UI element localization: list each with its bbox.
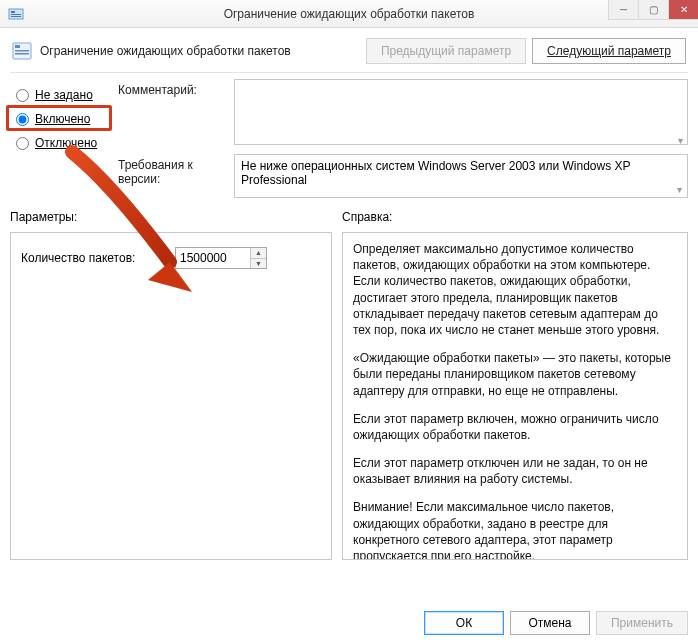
maximize-button[interactable]: ▢ [638,0,668,20]
window-title: Ограничение ожидающих обработки пакетов [0,7,698,21]
header-label: Ограничение ожидающих обработки пакетов [40,44,291,58]
help-panel: Определяет максимально допустимое количе… [342,232,688,560]
packet-count-label: Количество пакетов: [21,251,175,265]
app-icon [8,6,24,22]
radio-not-configured[interactable]: Не задано [10,83,118,107]
policy-icon [12,41,32,61]
version-box: Не ниже операционных систем Windows Serv… [234,154,688,198]
section-labels: Параметры: Справка: [0,198,698,228]
help-p3: Если этот параметр включен, можно ограни… [353,411,677,443]
help-section-label: Справка: [342,210,392,224]
help-p4: Если этот параметр отключен или не задан… [353,455,677,487]
lower-area: Количество пакетов: ▲ ▼ Определяет макси… [0,228,698,560]
next-setting-button[interactable]: Следующий параметр [532,38,686,64]
packet-count-input[interactable] [176,248,250,268]
header-row: Ограничение ожидающих обработки пакетов … [0,28,698,72]
help-p2: «Ожидающие обработки пакеты» — это пакет… [353,350,677,399]
resize-grip-icon: ▾ [673,133,687,147]
prev-setting-button[interactable]: Предыдущий параметр [366,38,526,64]
packet-count-spinner[interactable]: ▲ ▼ [175,247,267,269]
radio-not-configured-input[interactable] [16,89,29,102]
radio-disabled-label: Отключено [35,136,97,150]
help-p1: Определяет максимально допустимое количе… [353,241,677,338]
comment-label: Комментарий: [118,79,234,97]
apply-button[interactable]: Применить [596,611,688,635]
titlebar: Ограничение ожидающих обработки пакетов … [0,0,698,28]
radio-enabled[interactable]: Включено [10,107,118,131]
version-label: Требования к версии: [118,154,234,186]
params-panel: Количество пакетов: ▲ ▼ [10,232,332,560]
radio-not-configured-label: Не задано [35,88,93,102]
svg-rect-3 [11,16,21,17]
spinner-buttons: ▲ ▼ [250,248,266,268]
version-text: Не ниже операционных систем Windows Serv… [241,159,630,187]
svg-rect-6 [15,50,29,52]
resize-grip-icon: ▾ [672,182,686,196]
params-section-label: Параметры: [10,210,342,224]
svg-rect-1 [11,11,15,13]
spinner-up-icon[interactable]: ▲ [251,248,266,259]
radio-enabled-label: Включено [35,112,90,126]
cancel-button[interactable]: Отмена [510,611,590,635]
minimize-button[interactable]: ─ [608,0,638,20]
upper-area: Не задано Включено Отключено Комментарий… [0,73,698,198]
radio-enabled-input[interactable] [16,113,29,126]
window-controls: ─ ▢ ✕ [608,0,698,20]
help-p5: Внимание! Если максимальное число пакето… [353,499,677,560]
close-button[interactable]: ✕ [668,0,698,20]
comment-wrap: ▾ [234,79,688,148]
spinner-down-icon[interactable]: ▼ [251,259,266,269]
radio-disabled[interactable]: Отключено [10,131,118,155]
comment-input[interactable] [234,79,688,145]
radio-disabled-input[interactable] [16,137,29,150]
state-radios: Не задано Включено Отключено [10,79,118,198]
svg-rect-5 [15,45,20,48]
packet-count-row: Количество пакетов: ▲ ▼ [21,247,321,269]
svg-rect-7 [15,53,29,55]
ok-button[interactable]: ОК [424,611,504,635]
dialog-footer: ОК Отмена Применить [0,604,698,642]
upper-right: Комментарий: ▾ Требования к версии: Не н… [118,79,688,198]
svg-rect-2 [11,14,21,15]
